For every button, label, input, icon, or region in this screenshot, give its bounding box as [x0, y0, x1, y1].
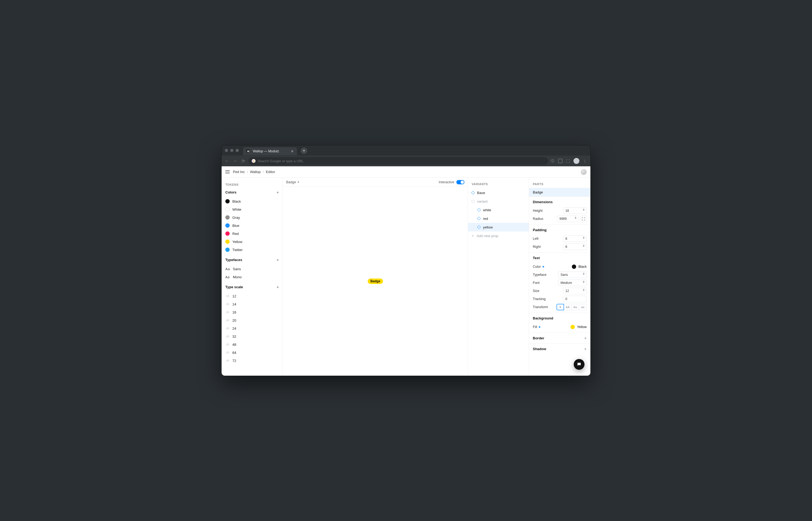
color-token[interactable]: Red	[225, 230, 279, 237]
color-name: Twitter	[232, 248, 243, 252]
tab-close-icon[interactable]: ✕	[291, 149, 294, 153]
component-selector[interactable]: Badge	[286, 180, 299, 184]
color-swatch	[225, 240, 229, 244]
kebab-icon[interactable]: ⋮	[583, 159, 587, 163]
diamond-icon	[477, 208, 481, 212]
typescale-token[interactable]: ↕A32	[225, 332, 279, 340]
profile-avatar[interactable]	[573, 158, 579, 164]
size-label: Size	[533, 289, 539, 293]
typeface-glyph-icon: Aa	[225, 267, 230, 271]
transform-option[interactable]: aa	[579, 304, 587, 310]
crumb-page[interactable]: Editor	[266, 170, 275, 174]
user-avatar[interactable]	[581, 169, 587, 175]
typescale-icon: ↕A	[225, 326, 229, 330]
crumb-project[interactable]: Wallop	[250, 170, 261, 174]
typescale-icon: ↕A	[225, 359, 229, 362]
add-prop-button[interactable]: + Add new prop	[468, 231, 529, 240]
color-token[interactable]: Blue	[225, 222, 279, 230]
typescale-token[interactable]: ↕A16	[225, 308, 279, 316]
color-token[interactable]: Twitter	[225, 246, 279, 254]
shadow-section[interactable]: Shadow+	[529, 343, 590, 354]
tracking-input[interactable]: 0	[563, 296, 587, 302]
info-icon[interactable]: ⓘ	[551, 159, 554, 163]
typescale-token[interactable]: ↕A64	[225, 348, 279, 357]
fill-value[interactable]: Yellow	[571, 325, 587, 329]
size-input[interactable]: 12	[563, 288, 587, 294]
font-select[interactable]: Medium	[558, 279, 587, 286]
color-swatch	[225, 248, 229, 252]
radius-corners-button[interactable]	[580, 216, 587, 222]
crumb-org[interactable]: Ped Inc	[233, 170, 245, 174]
part-selected[interactable]: Badge	[529, 188, 590, 197]
transform-option[interactable]: Aa	[572, 304, 579, 310]
parts-title: PARTS	[529, 178, 590, 188]
padding-left-input[interactable]: 8	[563, 235, 587, 242]
variants-title: VARIANTS	[468, 178, 529, 188]
transform-label: Transform	[533, 305, 548, 309]
radius-input[interactable]: 9999	[557, 216, 578, 222]
height-input[interactable]: 16	[563, 207, 587, 214]
typescale-token[interactable]: ↕A72	[225, 357, 279, 365]
badge-preview[interactable]: Badge	[368, 278, 383, 284]
nav-reload-icon[interactable]: ⟳	[240, 159, 246, 164]
add-color-button[interactable]: +	[277, 190, 279, 195]
typeface-token[interactable]: AaMono	[225, 273, 279, 281]
fullscreen-icon[interactable]: ⛶	[566, 159, 570, 163]
reader-icon[interactable]	[558, 159, 563, 163]
typescale-value: 24	[232, 326, 236, 331]
typescale-icon: ↕A	[225, 318, 229, 322]
typescale-token[interactable]: ↕A48	[225, 340, 279, 348]
typescale-token[interactable]: ↕A14	[225, 300, 279, 308]
color-token[interactable]: Yellow	[225, 237, 279, 246]
intercom-launcher[interactable]	[574, 359, 585, 370]
fill-label: Fill	[533, 325, 540, 329]
transform-option[interactable]: ×	[556, 304, 564, 310]
color-token[interactable]: White	[225, 205, 279, 213]
typescale-token[interactable]: ↕A20	[225, 316, 279, 324]
text-color-label: Color	[533, 265, 544, 269]
text-color-value[interactable]: Black	[572, 265, 587, 269]
transform-option[interactable]: AA	[564, 304, 572, 310]
variant-base[interactable]: Base	[468, 188, 529, 197]
color-name: White	[232, 207, 241, 211]
variant-option[interactable]: yellow	[468, 223, 529, 231]
variant-option[interactable]: red	[468, 214, 529, 223]
add-typeface-button[interactable]: +	[277, 257, 279, 262]
window-controls[interactable]	[225, 149, 239, 152]
tab-favicon: M	[246, 149, 250, 153]
typescale-token[interactable]: ↕A12	[225, 292, 279, 300]
nav-back-icon[interactable]: ←	[224, 159, 229, 163]
radius-label: Radius	[533, 217, 543, 221]
typescale-value: 20	[232, 318, 236, 322]
typeface-select[interactable]: Sans	[558, 272, 587, 278]
canvas[interactable]: Badge	[283, 187, 468, 376]
new-tab-button[interactable]: +	[301, 148, 307, 154]
omnibox[interactable]	[248, 157, 548, 165]
color-token[interactable]: Gray	[225, 213, 279, 222]
menu-icon[interactable]	[225, 171, 229, 173]
plus-icon: +	[472, 233, 474, 238]
padding-left-label: Left	[533, 237, 539, 241]
color-token[interactable]: Black	[225, 197, 279, 205]
add-typescale-button[interactable]: +	[277, 285, 279, 289]
variant-option-label: white	[483, 208, 491, 212]
typeface-token[interactable]: AaSans	[225, 265, 279, 273]
variant-option[interactable]: white	[468, 206, 529, 214]
border-section[interactable]: Border+	[529, 333, 590, 343]
tracking-label: Tracking	[533, 297, 546, 301]
typescale-token[interactable]: ↕A24	[225, 324, 279, 332]
interactive-toggle[interactable]	[456, 180, 464, 184]
nav-forward-icon[interactable]: →	[232, 159, 238, 163]
typescale-value: 12	[232, 294, 236, 298]
transform-segmented[interactable]: ×AAAaaa	[556, 304, 587, 310]
variant-prop[interactable]: variant	[468, 197, 529, 206]
omnibox-input[interactable]	[258, 159, 545, 163]
text-heading: Text	[533, 256, 587, 260]
browser-tab[interactable]: M Wallop — Modulz ✕	[243, 147, 297, 155]
typescale-icon: ↕A	[225, 335, 229, 338]
chat-icon	[577, 362, 581, 367]
override-dot-icon	[543, 266, 544, 268]
padding-heading: Padding	[533, 228, 587, 232]
typescale-heading: Type scale	[225, 285, 243, 289]
padding-right-input[interactable]: 8	[563, 244, 587, 250]
